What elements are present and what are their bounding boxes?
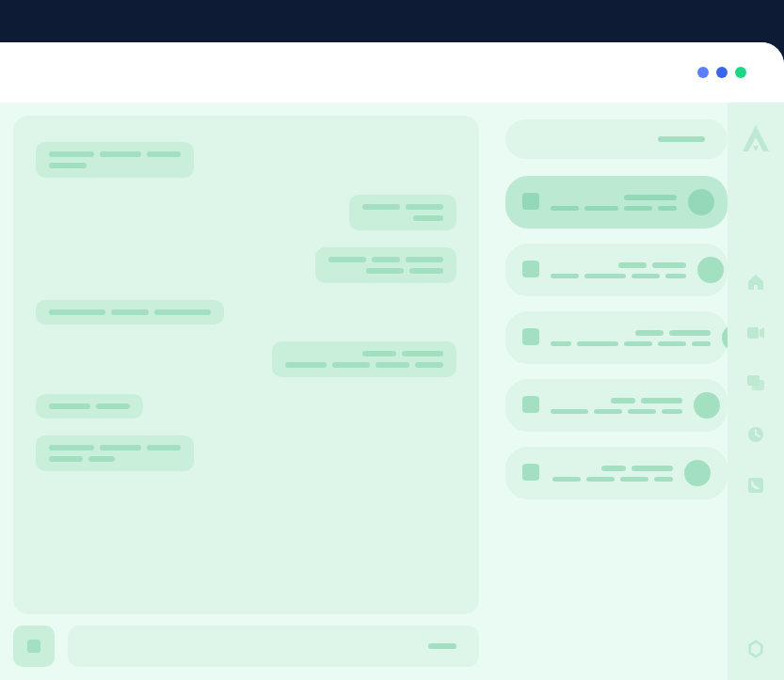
contact-text — [551, 330, 711, 346]
contacts-column — [505, 116, 728, 667]
app-window — [0, 42, 784, 680]
contact-card[interactable] — [505, 311, 728, 364]
window-control-close[interactable] — [735, 67, 746, 78]
contact-status-icon — [522, 193, 539, 210]
contact-text — [551, 195, 677, 211]
contact-status-icon — [522, 328, 539, 345]
contact-text — [551, 262, 686, 278]
chat-message — [36, 435, 194, 471]
contact-status-icon — [522, 261, 539, 277]
message-input-row — [13, 625, 479, 667]
attach-button[interactable] — [13, 625, 55, 667]
phone-icon[interactable] — [747, 477, 764, 494]
app-body — [0, 103, 784, 680]
main-area — [0, 103, 728, 680]
window-control-maximize[interactable] — [716, 67, 728, 78]
svg-rect-2 — [752, 380, 764, 390]
contact-text — [551, 398, 682, 414]
home-icon[interactable] — [747, 274, 764, 291]
send-button[interactable] — [428, 643, 456, 649]
sidebar — [728, 103, 784, 680]
contact-card[interactable] — [505, 379, 728, 432]
contact-card[interactable] — [505, 244, 728, 296]
svg-rect-0 — [747, 327, 759, 339]
contact-status-icon — [522, 396, 539, 413]
app-logo-icon[interactable] — [743, 125, 769, 161]
titlebar — [0, 42, 784, 103]
settings-icon[interactable] — [747, 640, 764, 657]
message-input[interactable] — [68, 625, 479, 667]
contact-text — [551, 466, 673, 482]
chat-message — [36, 394, 143, 419]
search-placeholder — [658, 136, 705, 142]
contact-avatar — [694, 392, 720, 419]
search-input[interactable] — [505, 119, 728, 159]
contact-avatar — [688, 189, 714, 215]
svg-rect-4 — [748, 478, 763, 493]
window-control-minimize[interactable] — [697, 67, 709, 78]
contact-avatar — [684, 460, 711, 486]
sidebar-nav — [747, 274, 764, 494]
chat-message — [36, 300, 224, 324]
chat-column — [13, 116, 479, 667]
video-icon[interactable] — [747, 324, 764, 341]
contact-card[interactable] — [505, 176, 728, 229]
clock-icon[interactable] — [747, 426, 764, 443]
attach-icon — [27, 640, 40, 653]
contact-avatar — [697, 257, 724, 283]
chat-panel — [13, 116, 479, 614]
chat-message — [272, 341, 456, 377]
chat-message — [315, 247, 456, 283]
contacts-list — [505, 176, 728, 499]
chat-message — [349, 195, 456, 230]
chat-icon[interactable] — [747, 375, 764, 392]
contact-status-icon — [522, 464, 539, 481]
chat-message — [36, 142, 194, 178]
contact-card[interactable] — [505, 447, 728, 499]
